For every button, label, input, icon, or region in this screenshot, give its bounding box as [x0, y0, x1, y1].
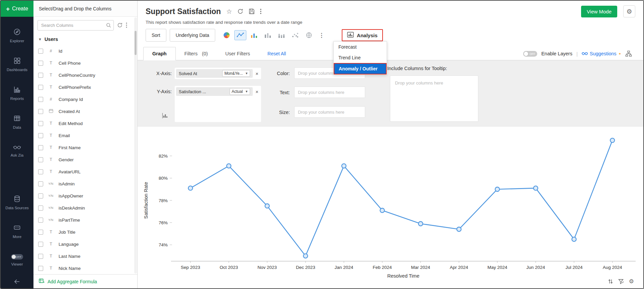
tab-user-filters[interactable]: User Filters — [217, 47, 259, 60]
data-point[interactable] — [495, 187, 499, 191]
checkbox[interactable] — [38, 206, 43, 211]
checkbox[interactable] — [38, 169, 43, 174]
settings-button[interactable]: ⚙ — [623, 5, 635, 17]
map-chart-icon[interactable] — [303, 30, 315, 40]
checkbox[interactable] — [38, 85, 43, 90]
column-item[interactable]: TLast Name — [33, 250, 137, 262]
size-dropzone[interactable] — [294, 106, 365, 118]
data-point[interactable] — [380, 208, 385, 213]
sort-order-icon[interactable] — [608, 279, 613, 284]
bar-chart-icon[interactable] — [248, 30, 260, 40]
create-button[interactable]: + Create — [1, 1, 33, 17]
checkbox[interactable] — [38, 97, 43, 102]
refresh-columns-icon[interactable] — [117, 22, 123, 28]
column-item[interactable]: #Id — [33, 45, 137, 57]
sidebar-item-data-sources[interactable]: Data Sources — [1, 188, 33, 217]
scrollbar-thumb[interactable] — [135, 31, 137, 55]
data-point[interactable] — [418, 222, 423, 226]
chart-settings-gear-icon[interactable]: ⚙ — [629, 279, 634, 284]
reset-all-link[interactable]: Reset All — [267, 47, 286, 60]
checkbox[interactable] — [38, 218, 43, 223]
analysis-button[interactable]: Analysis — [342, 29, 383, 41]
data-point[interactable] — [188, 186, 193, 190]
data-point[interactable] — [303, 254, 308, 258]
collapse-sidebar-button[interactable] — [1, 279, 33, 286]
column-item[interactable]: TCell Phone — [33, 57, 137, 69]
tab-filters[interactable]: Filters(0) — [176, 47, 217, 60]
menu-item-forecast[interactable]: Forecast — [334, 42, 387, 52]
satisfaction-line-chart[interactable]: 74%76%78%80%82%Sep 2023Oct 2023Nov 2023D… — [138, 128, 643, 284]
checkbox[interactable] — [38, 73, 43, 78]
data-point[interactable] — [342, 164, 346, 168]
checkbox[interactable] — [38, 49, 43, 54]
column-item[interactable]: Y/NisDeskAdmin — [33, 202, 137, 214]
y-axis-column-chip[interactable]: Satisfaction ... Actual ▼ — [176, 87, 253, 96]
checkbox[interactable] — [38, 193, 43, 198]
underlying-data-button[interactable]: Underlying Data — [170, 29, 215, 42]
sort-button[interactable]: Sort — [146, 29, 166, 42]
checkbox[interactable] — [38, 181, 43, 186]
sidebar-item-dashboards[interactable]: Dashboards — [1, 50, 33, 79]
panel-scrollbar[interactable] — [134, 17, 137, 274]
checkbox[interactable] — [38, 133, 43, 138]
checkbox[interactable] — [38, 121, 43, 126]
column-item[interactable]: TEdit Method — [33, 117, 137, 129]
checkbox[interactable] — [38, 145, 43, 150]
hierarchy-icon[interactable] — [625, 50, 632, 57]
axis-settings-icon[interactable] — [162, 113, 168, 120]
column-item[interactable]: TGender — [33, 154, 137, 166]
column-item[interactable]: TNick Name — [33, 262, 137, 274]
remove-y-axis-icon[interactable]: × — [255, 89, 258, 94]
chart-types-kebab-icon[interactable]: ⋮ — [317, 32, 326, 39]
column-item[interactable]: TCellPhoneCountry — [33, 69, 137, 81]
checkbox[interactable] — [38, 230, 43, 235]
data-point[interactable] — [227, 164, 231, 168]
refresh-report-icon[interactable] — [237, 8, 243, 14]
data-point[interactable] — [610, 138, 615, 142]
column-item[interactable]: #Company Id — [33, 93, 137, 105]
column-item[interactable]: TCellPhonePrefix — [33, 81, 137, 93]
grouped-bar-chart-icon[interactable] — [262, 30, 274, 40]
add-aggregate-formula-link[interactable]: Add Aggregate Formula — [33, 274, 137, 288]
line-chart-icon[interactable] — [234, 30, 246, 40]
x-axis-column-chip[interactable]: Solved At Mon&Ye... ▼ — [176, 69, 253, 78]
checkbox[interactable] — [38, 242, 43, 247]
sidebar-item-more[interactable]: More — [1, 217, 33, 246]
stacked-bar-chart-icon[interactable] — [275, 30, 288, 40]
favorite-star-icon[interactable]: ☆ — [226, 8, 232, 15]
text-dropzone[interactable] — [294, 86, 365, 98]
checkbox[interactable] — [38, 61, 43, 66]
y-axis-shelf[interactable]: Satisfaction ... Actual ▼ × — [175, 86, 261, 122]
column-item[interactable]: Y/NisAppOwner — [33, 190, 137, 202]
column-item[interactable]: TEmail — [33, 129, 137, 141]
checkbox[interactable] — [38, 266, 43, 271]
remove-x-axis-icon[interactable]: × — [255, 71, 258, 76]
menu-item-trend-line[interactable]: Trend Line — [334, 52, 387, 63]
x-axis-shelf[interactable]: Solved At Mon&Ye... ▼ × — [175, 68, 261, 79]
column-item[interactable]: Created At — [33, 105, 137, 117]
column-item[interactable]: Y/NisPartTime — [33, 214, 137, 226]
data-point[interactable] — [457, 227, 461, 231]
view-mode-button[interactable]: View Mode — [581, 6, 617, 17]
data-point[interactable] — [265, 204, 269, 208]
pie-chart-icon[interactable] — [221, 30, 233, 40]
checkbox[interactable] — [38, 109, 43, 114]
column-item[interactable]: Y/NisAdmin — [33, 178, 137, 190]
column-item[interactable]: TJob Title — [33, 226, 137, 238]
search-columns-input[interactable] — [37, 20, 114, 31]
sidebar-item-ask-zia[interactable]: Ask Zia — [1, 137, 33, 166]
filter-icon[interactable] — [618, 279, 624, 284]
sidebar-item-viewer[interactable]: OFFViewer — [1, 246, 33, 275]
sidebar-item-reports[interactable]: Reports — [1, 79, 33, 108]
data-point[interactable] — [534, 186, 538, 190]
data-point[interactable] — [572, 237, 576, 241]
panel-kebab-icon[interactable] — [126, 22, 127, 28]
sidebar-item-explorer[interactable]: Explorer — [1, 21, 33, 50]
column-item[interactable]: TAvatarURL — [33, 166, 137, 178]
suggestions-link[interactable]: Suggestions ✦ — [582, 51, 621, 56]
save-icon[interactable] — [249, 8, 255, 14]
menu-item-anomaly-outlier[interactable]: Anomaly / Outlier — [334, 63, 387, 74]
tooltip-dropzone[interactable]: Drop your columns here — [390, 75, 478, 122]
scatter-plot-icon[interactable] — [289, 30, 301, 40]
sidebar-item-data[interactable]: Data — [1, 108, 33, 137]
